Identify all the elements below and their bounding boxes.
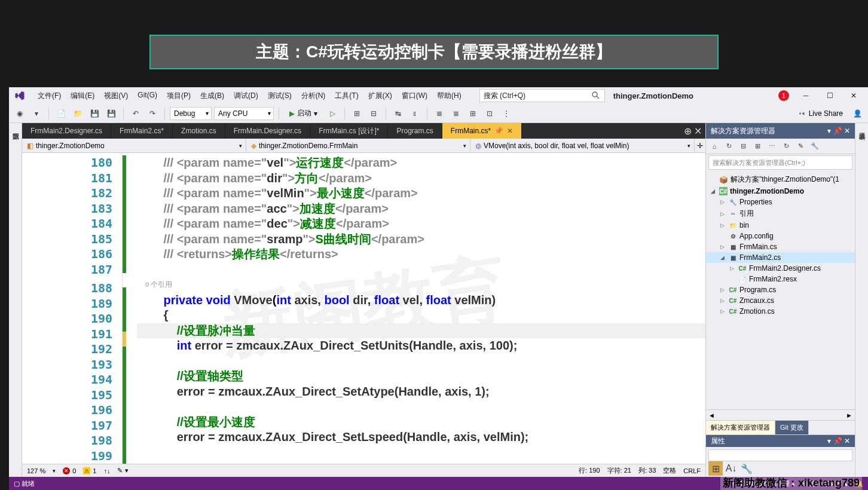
menu-item[interactable]: 测试(S) xyxy=(263,90,297,102)
tb-icon[interactable]: ⋮ xyxy=(499,106,514,121)
save-button[interactable]: 💾 xyxy=(87,106,102,121)
menu-item[interactable]: Git(G) xyxy=(133,90,162,102)
tool-icon[interactable]: ✎ xyxy=(794,140,806,152)
menu-item[interactable]: 扩展(X) xyxy=(363,90,397,102)
menu-item[interactable]: 编辑(E) xyxy=(66,90,99,102)
home-icon[interactable]: ⌂ xyxy=(708,140,720,152)
line-ending[interactable]: CRLF xyxy=(683,467,701,474)
menu-item[interactable]: 分析(N) xyxy=(297,90,331,102)
tb-icon[interactable]: ≣ xyxy=(449,106,463,121)
tree-item[interactable]: ▷📁bin xyxy=(706,220,855,231)
tool-icon[interactable]: ⋯ xyxy=(766,140,778,152)
tree-item[interactable]: ▷🔧Properties xyxy=(706,197,855,207)
code-content[interactable]: /// <param name="vel">运行速度</param> /// <… xyxy=(137,153,705,464)
code-line[interactable]: private void VMove(int axis, bool dir, f… xyxy=(137,293,705,308)
error-count[interactable]: ✕0 xyxy=(63,467,76,474)
left-side-tab[interactable]: 数据源 xyxy=(9,123,22,477)
sort-icon[interactable]: A↓ xyxy=(724,461,738,476)
document-tab[interactable]: Zmotion.cs xyxy=(173,123,225,139)
new-button[interactable]: 📄 xyxy=(54,106,68,121)
member-combo[interactable]: ◍VMove(int axis, bool dir, float vel, fl… xyxy=(470,139,695,152)
tree-item[interactable]: ▷C#Zmotion.cs xyxy=(706,306,855,317)
refresh-icon[interactable]: ↻ xyxy=(780,140,792,152)
code-line[interactable]: /// <param name="velMin">最小速度</param> xyxy=(137,186,705,201)
tb-icon[interactable]: ⊡ xyxy=(482,106,497,121)
admin-icon[interactable]: 👤 xyxy=(850,106,864,121)
code-line[interactable]: error = zmcaux.ZAux_Direct_SetLspeed(Han… xyxy=(137,430,705,445)
menu-item[interactable]: 调试(D) xyxy=(229,90,263,102)
tree-item[interactable]: ▷C#FrmMain2.Designer.cs xyxy=(706,263,855,274)
close-button[interactable]: ✕ xyxy=(843,90,864,102)
close-icon[interactable]: ✕ xyxy=(507,127,513,135)
tool-icon[interactable]: ⊟ xyxy=(737,140,749,152)
code-line[interactable]: { xyxy=(137,308,705,323)
codelens[interactable]: 0 个引用 xyxy=(137,277,705,293)
tree-item[interactable]: 📄FrmMain2.resx xyxy=(706,274,855,284)
right-side-tab[interactable]: 诊断工具 xyxy=(855,123,868,477)
menu-item[interactable]: 文件(F) xyxy=(33,90,66,102)
tab-solution-explorer[interactable]: 解决方案资源管理器 xyxy=(706,421,775,434)
solution-search[interactable]: 搜索解决方案资源管理器(Ctrl+;) xyxy=(708,155,852,170)
menu-item[interactable]: 视图(V) xyxy=(99,90,133,102)
project-node[interactable]: ◢C# thinger.ZmotionDemo xyxy=(706,186,855,197)
tb-icon[interactable]: ⊟ xyxy=(366,106,381,121)
code-line[interactable] xyxy=(137,262,705,278)
search-input[interactable]: 搜索 (Ctrl+Q) xyxy=(479,89,605,102)
menu-item[interactable]: 工具(T) xyxy=(330,90,363,102)
nav-fwd-button[interactable]: ▾ xyxy=(29,106,44,121)
tb-icon[interactable]: ⊞ xyxy=(350,106,364,121)
document-tab[interactable]: FrmMain2.cs* xyxy=(111,123,173,139)
class-combo[interactable]: ◆thinger.ZmotionDemo.FrmMain xyxy=(246,139,470,152)
categorize-icon[interactable]: ⊞ xyxy=(708,461,723,476)
indent-mode[interactable]: 空格 xyxy=(663,466,676,475)
menu-item[interactable]: 生成(B) xyxy=(195,90,229,102)
code-editor[interactable]: 新阁教育 18018118218318418518618718818919019… xyxy=(22,153,705,464)
tb-icon[interactable]: ⊞ xyxy=(466,106,480,121)
document-tab[interactable]: Program.cs xyxy=(388,123,442,139)
panel-controls[interactable]: ▾ 📌 ✕ xyxy=(827,437,850,445)
minimize-button[interactable]: ─ xyxy=(795,90,817,102)
props-icon[interactable]: 🔧 xyxy=(739,461,754,476)
tab-overflow-icon[interactable]: ⊕ ✕ xyxy=(680,123,705,139)
document-tab[interactable]: FrmMain.cs*📌✕ xyxy=(442,123,522,139)
menu-item[interactable]: 项目(P) xyxy=(162,90,195,102)
save-all-button[interactable]: 💾 xyxy=(104,106,118,121)
notification-badge[interactable]: 1 xyxy=(778,90,789,101)
tree-item[interactable]: ▷C#Program.cs xyxy=(706,284,855,295)
redo-button[interactable]: ↷ xyxy=(145,106,160,121)
properties-icon[interactable]: 🔧 xyxy=(809,140,821,152)
code-line[interactable]: //设置轴类型 xyxy=(137,369,705,384)
maximize-button[interactable]: ☐ xyxy=(819,90,841,102)
tb-icon[interactable]: ↹ xyxy=(391,106,405,121)
code-line[interactable]: //设置最小速度 xyxy=(137,415,705,430)
tb-icon[interactable]: ≣ xyxy=(432,106,447,121)
code-line[interactable] xyxy=(137,460,705,464)
menu-item[interactable]: 窗口(W) xyxy=(397,90,432,102)
tree-item[interactable]: ▷▫▫引用 xyxy=(706,207,855,220)
code-line[interactable]: /// <returns>操作结果</returns> xyxy=(137,247,705,262)
nav-back-button[interactable]: ◉ xyxy=(13,106,27,121)
code-line[interactable]: error = zmcaux.ZAux_Direct_SetAtype(Hand… xyxy=(137,384,705,400)
undo-button[interactable]: ↶ xyxy=(129,106,143,121)
document-tab[interactable]: FrmMain2.Designer.cs xyxy=(22,123,111,139)
sync-icon[interactable]: ↻ xyxy=(723,140,735,152)
open-button[interactable]: 📁 xyxy=(71,106,85,121)
pin-icon[interactable]: 📌 xyxy=(494,127,503,135)
zoom-level[interactable]: 127 % xyxy=(27,467,45,474)
live-share-button[interactable]: Live Share xyxy=(798,109,843,118)
code-line[interactable] xyxy=(137,399,705,415)
platform-combo[interactable]: Any CPU xyxy=(214,107,274,120)
tree-item[interactable]: ◢▦FrmMain2.cs xyxy=(706,252,855,263)
code-line[interactable]: /// <param name="sramp">S曲线时间</param> xyxy=(137,232,705,247)
code-line[interactable] xyxy=(137,445,705,461)
tree-item[interactable]: ▷C#Zmcaux.cs xyxy=(706,295,855,306)
warning-count[interactable]: ⚠1 xyxy=(83,467,96,474)
tab-git-changes[interactable]: Git 更改 xyxy=(775,421,809,434)
solution-root[interactable]: 📦 解决方案"thinger.ZmotionDemo"(1 xyxy=(706,173,855,186)
document-tab[interactable]: FrmMain.Designer.cs xyxy=(225,123,310,139)
namespace-combo[interactable]: ◧thinger.ZmotionDemo xyxy=(22,139,246,152)
code-line[interactable]: /// <param name="vel">运行速度</param> xyxy=(137,155,705,171)
code-line[interactable]: /// <param name="dir">方向</param> xyxy=(137,171,705,186)
code-line[interactable]: int error = zmcaux.ZAux_Direct_SetUnits(… xyxy=(137,338,705,354)
code-line[interactable] xyxy=(137,354,705,369)
